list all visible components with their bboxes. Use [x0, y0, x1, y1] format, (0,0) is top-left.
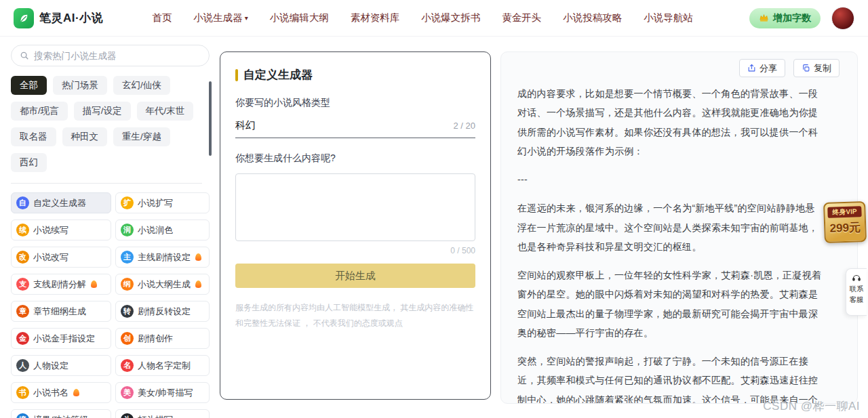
- copy-button[interactable]: 复制: [793, 59, 840, 77]
- generated-paragraph: 在遥远的未来，银河系的边缘，一个名为“新地平线”的空间站静静地悬浮在一片荒凉的星…: [517, 198, 823, 256]
- title-accent-bar: [235, 69, 238, 81]
- tool-icon: 创: [121, 332, 134, 345]
- tool-label: 章节细纲生成: [33, 306, 86, 318]
- vip-promo-badge[interactable]: 终身VIP 299元: [823, 201, 867, 243]
- tag-namer[interactable]: 取名器: [11, 127, 56, 146]
- copy-icon: [802, 64, 810, 72]
- tool-label: 自定义生成器: [33, 197, 86, 209]
- tool-label: 人物名字定制: [138, 360, 191, 372]
- generated-paragraph: 突然，空间站的警报声响起，打破了宁静。一个未知的信号源正在接近，其频率和模式与任…: [517, 352, 823, 404]
- tool-chapter-outline[interactable]: 章 章节细纲生成: [11, 301, 111, 322]
- brand-logo-icon: [14, 8, 34, 28]
- tool-label: 小说大纲生成: [138, 278, 191, 291]
- tool-subplot-breakdown[interactable]: 支 支线剧情分解: [11, 274, 111, 295]
- nav-item-generator-label: 小说生成器: [193, 12, 243, 24]
- hot-flame-icon: [195, 280, 201, 288]
- tool-icon: 书: [16, 386, 29, 399]
- sidebar-scrollbar[interactable]: [209, 81, 212, 156]
- user-avatar[interactable]: [831, 7, 854, 30]
- tool-rewrite[interactable]: 改 小说改写: [11, 247, 111, 268]
- generated-text: 成的内容要求，比如是想要一个情节概要、一个角色的背景故事、一段对话、一个场景描写…: [501, 79, 857, 404]
- tool-main-plot-setting[interactable]: 主 主线剧情设定: [115, 247, 210, 268]
- generated-paragraph: ---: [517, 170, 823, 189]
- style-field-label: 你要写的小说风格类型: [235, 97, 475, 109]
- vip-price: 299元: [829, 220, 861, 236]
- sidebar-divider: [11, 183, 202, 184]
- tool-icon: 扩: [121, 196, 134, 209]
- tool-plot-creation[interactable]: 创 剧情创作: [115, 328, 210, 349]
- tool-character-setting[interactable]: 人 人物设定: [11, 355, 111, 376]
- tool-fight-description[interactable]: 斗 打斗描写: [115, 409, 210, 418]
- topbar-right: 增加字数: [749, 7, 854, 30]
- tag-xuanhuan-xianxia[interactable]: 玄幻/仙侠: [113, 76, 170, 95]
- brand-name: 笔灵AI·小说: [39, 10, 103, 26]
- contact-label-line2: 客服: [850, 295, 864, 304]
- ai-disclaimer: 服务生成的所有内容均由人工智能模型生成， 其生成内容的准确性和完整性无法保证 ，…: [235, 300, 475, 331]
- tool-plot-twist[interactable]: 转 剧情反转设定: [115, 301, 210, 322]
- tool-icon: 自: [16, 196, 29, 209]
- tool-continue-writing[interactable]: 续 小说续写: [11, 220, 111, 241]
- add-words-button[interactable]: 增加字数: [749, 8, 821, 28]
- nav-item-nav-site[interactable]: 小说导航站: [644, 12, 693, 24]
- tool-beauty-description[interactable]: 美 美女/帅哥描写: [115, 382, 210, 403]
- tool-icon: 润: [121, 224, 134, 236]
- sidebar: 全部 热门场景 玄幻/仙侠 都市/现言 描写/设定 年代/末世 取名器 种田文 …: [11, 45, 210, 418]
- tag-rebirth[interactable]: 重生/穿越: [113, 127, 170, 146]
- tool-character-name[interactable]: 名 人物名字定制: [115, 355, 210, 376]
- hot-flame-icon: [91, 280, 97, 288]
- tool-novel-outline[interactable]: 纲 小说大纲生成: [115, 274, 210, 295]
- brand[interactable]: 笔灵AI·小说: [14, 8, 103, 28]
- tool-icon: 续: [16, 224, 29, 236]
- tag-farming[interactable]: 种田文: [62, 127, 108, 146]
- generator-title-row: 自定义生成器: [235, 67, 475, 83]
- tag-all[interactable]: 全部: [11, 76, 47, 95]
- tool-label: 小说改写: [33, 251, 68, 264]
- contact-support-button[interactable]: 联系 客服: [846, 268, 867, 316]
- nav-item-outline[interactable]: 小说编辑大纲: [270, 12, 329, 24]
- tool-golden-finger[interactable]: 金 小说金手指设定: [11, 328, 111, 349]
- search-box: [11, 45, 210, 66]
- nav-item-generator[interactable]: 小说生成器 ▾: [193, 12, 248, 24]
- tag-urban-romance[interactable]: 都市/现言: [11, 102, 68, 121]
- output-toolbar: 分享 复制: [501, 52, 857, 79]
- nav-item-golden-opening[interactable]: 黄金开头: [502, 12, 541, 24]
- top-navbar: 笔灵AI·小说 首页 小说生成器 ▾ 小说编辑大纲 素材资料库 小说爆文拆书 黄…: [0, 0, 868, 37]
- tool-list: 自 自定义生成器 扩 小说扩写 续 小说续写 润 小说润色 改 小说改写 主 主…: [11, 192, 210, 418]
- nav-item-submission-guide[interactable]: 小说投稿攻略: [563, 12, 622, 24]
- tool-icon: 改: [16, 251, 29, 264]
- medal-icon: [759, 13, 769, 23]
- tool-label: 剧情创作: [138, 333, 173, 345]
- search-icon: [20, 51, 29, 60]
- generator-panel: 自定义生成器 你要写的小说风格类型 2 / 20 你想要生成什么内容呢? 0 /…: [220, 51, 491, 400]
- add-words-label: 增加字数: [773, 12, 811, 24]
- chevron-down-icon: ▾: [245, 14, 248, 22]
- style-input[interactable]: [235, 120, 453, 131]
- tag-era-apocalypse[interactable]: 年代/末世: [137, 102, 194, 121]
- generator-title: 自定义生成器: [243, 67, 313, 83]
- copy-label: 复制: [814, 62, 831, 75]
- tool-icon: 转: [121, 305, 134, 318]
- vip-ribbon-label: 终身VIP: [827, 206, 862, 218]
- tag-description-setting[interactable]: 描写/设定: [74, 102, 131, 121]
- share-button[interactable]: 分享: [739, 59, 785, 77]
- nav-item-book-breakdown[interactable]: 小说爆文拆书: [421, 12, 480, 24]
- tag-hot-scene[interactable]: 热门场景: [53, 76, 107, 95]
- search-input[interactable]: [34, 51, 201, 61]
- tool-icon: 人: [16, 359, 29, 372]
- nav-item-home[interactable]: 首页: [152, 12, 172, 24]
- tool-expand-writing[interactable]: 扩 小说扩写: [115, 192, 210, 213]
- tool-realm-levels[interactable]: 境 境界/功法等级: [11, 409, 111, 418]
- output-panel: 分享 复制 成的内容要求，比如是想要一个情节概要、一个角色的背景故事、一段对话、…: [500, 51, 858, 404]
- style-input-row: 2 / 20: [235, 120, 475, 138]
- nav-item-material-library[interactable]: 素材资料库: [351, 12, 400, 24]
- tool-icon: 美: [121, 386, 134, 399]
- tag-western-fantasy[interactable]: 西幻: [11, 153, 47, 172]
- tool-custom-generator[interactable]: 自 自定义生成器: [11, 192, 111, 213]
- tool-polish[interactable]: 润 小说润色: [115, 220, 210, 241]
- tool-book-title[interactable]: 书 小说书名: [11, 382, 111, 403]
- content-textarea[interactable]: [235, 173, 475, 241]
- tool-icon: 金: [16, 332, 29, 345]
- generate-button[interactable]: 开始生成: [235, 264, 475, 288]
- content-char-counter: 0 / 500: [235, 246, 475, 255]
- tool-label: 打斗描写: [138, 414, 173, 418]
